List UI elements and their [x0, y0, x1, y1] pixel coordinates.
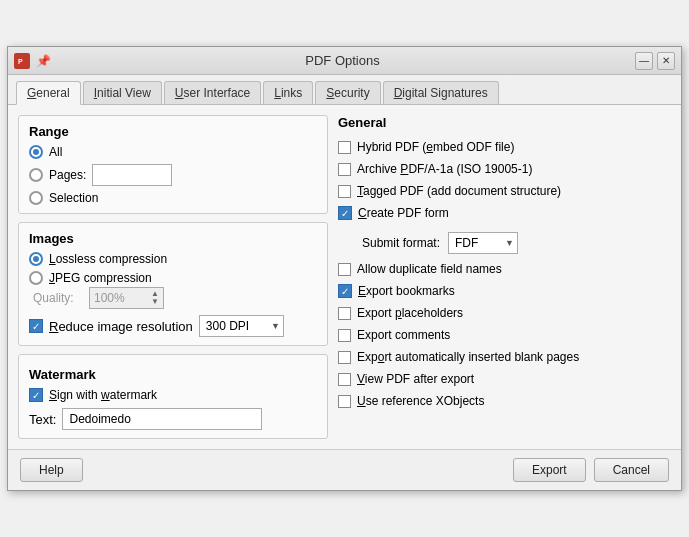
submit-format-label: Submit format: — [362, 236, 440, 250]
use-reference-item: Use reference XObjects — [338, 394, 671, 408]
create-form-item: ✓ Create PDF form — [338, 206, 671, 220]
submit-format-wrapper: FDF PDF HTML XML ▼ — [448, 232, 518, 254]
view-after-item: View PDF after export — [338, 372, 671, 386]
watermark-text-label: Text: — [29, 412, 56, 427]
create-form-checkbox[interactable]: ✓ — [338, 206, 352, 220]
tab-digital-signatures[interactable]: Digital Signatures — [383, 81, 499, 104]
export-blank-item: Export automatically inserted blank page… — [338, 350, 671, 364]
range-radio-group: All Pages: Selection — [29, 145, 317, 205]
watermark-text-input[interactable] — [62, 408, 262, 430]
allow-duplicate-label: Allow duplicate field names — [357, 262, 502, 276]
range-all-item: All — [29, 145, 317, 159]
jpeg-item: JPEG compression — [29, 271, 317, 285]
tab-links[interactable]: Links — [263, 81, 313, 104]
export-bookmarks-label: Export bookmarks — [358, 284, 455, 298]
range-selection-radio[interactable] — [29, 191, 43, 205]
range-all-label: All — [49, 145, 62, 159]
watermark-text-row: Text: — [29, 408, 317, 430]
quality-label: Quality: — [33, 291, 83, 305]
submit-format-select[interactable]: FDF PDF HTML XML — [448, 232, 518, 254]
reduce-checkbox[interactable]: ✓ — [29, 319, 43, 333]
export-placeholders-item: Export placeholders — [338, 306, 671, 320]
range-title: Range — [29, 124, 317, 139]
create-form-label: Create PDF form — [358, 206, 449, 220]
quality-row: Quality: 100% ▲▼ — [29, 287, 317, 309]
images-title: Images — [29, 231, 317, 246]
footer-right-buttons: Export Cancel — [513, 458, 669, 482]
export-blank-checkbox[interactable] — [338, 351, 351, 364]
window-title: PDF Options — [50, 53, 635, 68]
tagged-pdf-checkbox[interactable] — [338, 185, 351, 198]
reduce-label: Reduce image resolution — [49, 319, 193, 334]
dpi-select-wrapper: 300 DPI 150 DPI 72 DPI ▼ — [199, 315, 284, 337]
sign-watermark-checkbox[interactable]: ✓ — [29, 388, 43, 402]
tagged-pdf-label: Tagged PDF (add document structure) — [357, 184, 561, 198]
export-comments-checkbox[interactable] — [338, 329, 351, 342]
right-general-title: General — [338, 115, 671, 130]
quality-value: 100% — [94, 291, 125, 305]
export-comments-item: Export comments — [338, 328, 671, 342]
tab-general[interactable]: General — [16, 81, 81, 105]
lossless-radio[interactable] — [29, 252, 43, 266]
archive-item: Archive PDF/A-1a (ISO 19005-1) — [338, 162, 671, 176]
footer: Help Export Cancel — [8, 449, 681, 490]
range-selection-item: Selection — [29, 191, 317, 205]
range-all-radio[interactable] — [29, 145, 43, 159]
minimize-button[interactable]: — — [635, 52, 653, 70]
jpeg-radio[interactable] — [29, 271, 43, 285]
tab-security[interactable]: Security — [315, 81, 380, 104]
hybrid-pdf-label: Hybrid PDF (embed ODF file) — [357, 140, 514, 154]
submit-format-row: Submit format: FDF PDF HTML XML ▼ — [362, 232, 671, 254]
archive-label: Archive PDF/A-1a (ISO 19005-1) — [357, 162, 532, 176]
app-icon: P — [14, 53, 30, 69]
pages-input[interactable] — [92, 164, 172, 186]
lossless-label: Lossless compression — [49, 252, 167, 266]
window-controls: — ✕ — [635, 52, 675, 70]
titlebar: P 📌 PDF Options — ✕ — [8, 47, 681, 75]
archive-checkbox[interactable] — [338, 163, 351, 176]
export-bookmarks-item: ✓ Export bookmarks — [338, 284, 671, 298]
view-after-label: View PDF after export — [357, 372, 474, 386]
sign-watermark-item: ✓ Sign with watermark — [29, 388, 317, 402]
allow-duplicate-checkbox[interactable] — [338, 263, 351, 276]
tagged-pdf-item: Tagged PDF (add document structure) — [338, 184, 671, 198]
view-after-checkbox[interactable] — [338, 373, 351, 386]
close-button[interactable]: ✕ — [657, 52, 675, 70]
reduce-row: ✓ Reduce image resolution 300 DPI 150 DP… — [29, 315, 317, 337]
export-comments-label: Export comments — [357, 328, 450, 342]
pin-icon[interactable]: 📌 — [36, 54, 50, 68]
cancel-button[interactable]: Cancel — [594, 458, 669, 482]
range-pages-item: Pages: — [29, 164, 317, 186]
range-selection-label: Selection — [49, 191, 98, 205]
tab-initial-view[interactable]: Initial View — [83, 81, 162, 104]
allow-duplicate-item: Allow duplicate field names — [338, 262, 671, 276]
range-pages-label: Pages: — [49, 168, 86, 182]
images-section: Images Lossless compression JPEG compres… — [18, 222, 328, 346]
svg-text:P: P — [18, 58, 23, 65]
dpi-select[interactable]: 300 DPI 150 DPI 72 DPI — [199, 315, 284, 337]
export-placeholders-checkbox[interactable] — [338, 307, 351, 320]
tab-user-interface[interactable]: User Interface — [164, 81, 261, 104]
watermark-section: Watermark ✓ Sign with watermark Text: — [18, 354, 328, 439]
range-section: Range All Pages: Selection — [18, 115, 328, 214]
hybrid-pdf-checkbox[interactable] — [338, 141, 351, 154]
hybrid-pdf-item: Hybrid PDF (embed ODF file) — [338, 140, 671, 154]
export-bookmarks-checkbox[interactable]: ✓ — [338, 284, 352, 298]
tab-bar: General Initial View User Interface Link… — [8, 75, 681, 105]
help-button[interactable]: Help — [20, 458, 83, 482]
sign-watermark-label: Sign with watermark — [49, 388, 157, 402]
range-pages-radio[interactable] — [29, 168, 43, 182]
export-button[interactable]: Export — [513, 458, 586, 482]
quality-spinner[interactable]: ▲▼ — [151, 290, 159, 306]
export-placeholders-label: Export placeholders — [357, 306, 463, 320]
images-radio-group: Lossless compression JPEG compression — [29, 252, 317, 285]
use-reference-checkbox[interactable] — [338, 395, 351, 408]
quality-input[interactable]: 100% ▲▼ — [89, 287, 164, 309]
use-reference-label: Use reference XObjects — [357, 394, 484, 408]
export-blank-label: Export automatically inserted blank page… — [357, 350, 579, 364]
jpeg-label: JPEG compression — [49, 271, 152, 285]
lossless-item: Lossless compression — [29, 252, 317, 266]
watermark-title: Watermark — [29, 367, 317, 382]
